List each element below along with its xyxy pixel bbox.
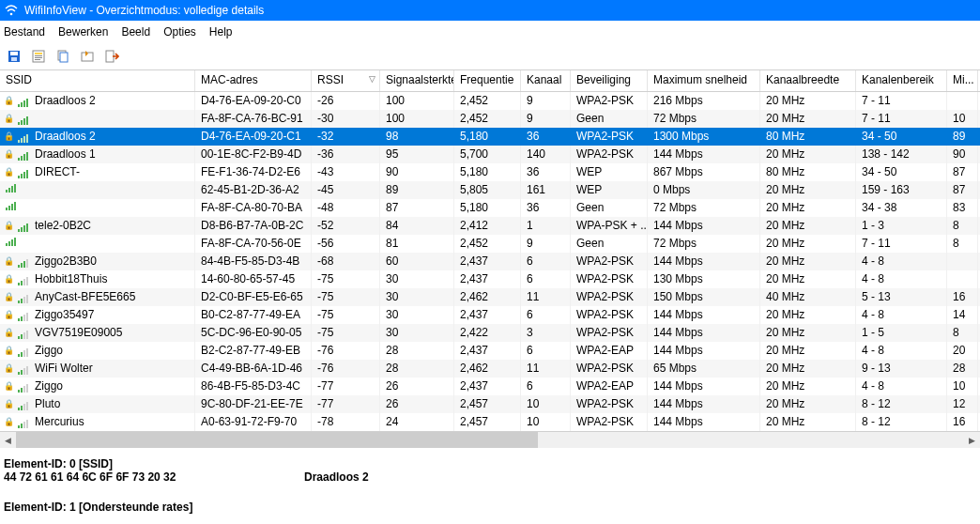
scroll-left-icon[interactable]: ◀ [0, 432, 16, 448]
cell-rssi: -78 [312, 413, 380, 431]
table-row[interactable]: 🔒WiFi WolterC4-49-BB-6A-1D-46-76282,4621… [0, 360, 980, 378]
cell-chan: 11 [521, 360, 571, 378]
table-row[interactable]: 62-45-B1-2D-36-A2-45895,805161WEP0 Mbps2… [0, 181, 980, 199]
cell-sec: WPA2-PSK [571, 413, 648, 431]
menu-edit[interactable]: Bewerken [58, 25, 108, 39]
cell-bw: 20 MHz [760, 92, 856, 110]
cell-signal: 87 [380, 199, 454, 217]
cell-sec: Geen [571, 110, 648, 128]
cell-freq: 2,462 [454, 360, 521, 378]
ssid-text: VGV7519E09005 [35, 324, 122, 342]
copy-button[interactable] [53, 46, 73, 67]
cell-freq: 2,457 [454, 395, 521, 413]
table-row[interactable]: 🔒FA-8F-CA-76-BC-91-301002,4529Geen72 Mbp… [0, 110, 980, 128]
cell-mac: C4-49-BB-6A-1D-46 [195, 360, 312, 378]
ssid-text: Mercurius [35, 413, 84, 431]
col-bw[interactable]: Kanaalbreedte [760, 70, 856, 91]
signal-bars-icon [18, 328, 31, 339]
col-range[interactable]: Kanalenbereik [856, 70, 947, 91]
cell-freq: 5,180 [454, 199, 521, 217]
lock-icon: 🔒 [4, 360, 14, 378]
table-row[interactable]: 🔒Ziggo35497B0-C2-87-77-49-EA-75302,4376W… [0, 306, 980, 324]
signal-bars-icon [18, 221, 31, 232]
grid-body[interactable]: 🔒Draadloos 2D4-76-EA-09-20-C0-261002,452… [0, 92, 980, 431]
app-title: WifiInfoView - Overzichtmodus: volledige… [24, 0, 264, 21]
menu-file[interactable]: Bestand [4, 25, 45, 39]
cell-rssi: -43 [312, 163, 380, 181]
save-button[interactable] [4, 46, 24, 67]
cell-last: 8 [947, 324, 978, 342]
cell-signal: 28 [380, 342, 454, 360]
table-row[interactable]: 🔒Draadloos 100-1E-8C-F2-B9-4D-36955,7001… [0, 146, 980, 163]
network-grid: SSID MAC-adres RSSI▽ Signaalsterkte Freq… [0, 69, 980, 432]
col-freq[interactable]: Frequentie [454, 70, 521, 91]
table-row[interactable]: 🔒Ziggo86-4B-F5-85-D3-4C-77262,4376WPA2-E… [0, 378, 980, 395]
cell-mac: 14-60-80-65-57-45 [195, 270, 312, 288]
table-row[interactable]: 🔒Ziggo2B3B084-4B-F5-85-D3-4B-68602,4376W… [0, 253, 980, 270]
lock-icon: 🔒 [4, 270, 14, 288]
cell-sec: WPA2-PSK [571, 324, 648, 342]
cell-last: 8 [947, 217, 978, 235]
properties-button[interactable] [28, 46, 49, 67]
cell-max: 144 Mbps [648, 395, 760, 413]
table-row[interactable]: 🔒VGV7519E090055C-DC-96-E0-90-05-75302,42… [0, 324, 980, 342]
col-sec[interactable]: Beveiliging [571, 70, 648, 91]
col-chan[interactable]: Kanaal [521, 70, 571, 91]
cell-signal: 24 [380, 413, 454, 431]
table-row[interactable]: 🔒tele2-0B2CD8-B6-B7-7A-0B-2C-52842,4121W… [0, 217, 980, 235]
lock-icon: 🔒 [4, 324, 14, 342]
table-row[interactable]: 🔒Draadloos 2D4-76-EA-09-20-C1-32985,1803… [0, 128, 980, 146]
menu-options[interactable]: Opties [163, 25, 196, 39]
col-mac[interactable]: MAC-adres [195, 70, 312, 91]
cell-range: 7 - 11 [856, 235, 947, 253]
cell-freq: 2,422 [454, 324, 521, 342]
cell-signal: 26 [380, 378, 454, 395]
toolbar [0, 43, 980, 69]
table-row[interactable]: 🔒Pluto9C-80-DF-21-EE-7E-77262,45710WPA2-… [0, 395, 980, 413]
lock-icon: 🔒 [4, 146, 14, 163]
exit-button[interactable] [101, 46, 122, 67]
menu-view[interactable]: Beeld [121, 25, 150, 39]
cell-max: 65 Mbps [648, 360, 760, 378]
signal-bars-icon [18, 363, 31, 375]
cell-signal: 81 [380, 235, 454, 253]
menu-help[interactable]: Help [209, 25, 233, 39]
detail-element-1: Element-ID: 1 [Ondersteunde rates] [4, 501, 976, 514]
scroll-track[interactable] [16, 432, 964, 448]
table-row[interactable]: 🔒DIRECT-FE-F1-36-74-D2-E6-43905,18036WEP… [0, 163, 980, 181]
refresh-button[interactable] [77, 46, 98, 67]
ssid-text: Ziggo [35, 378, 63, 395]
table-row[interactable]: 🔒Hobbit18Thuis14-60-80-65-57-45-75302,43… [0, 270, 980, 288]
table-row[interactable]: 🔒AnyCast-BFE5E665D2-C0-BF-E5-E6-65-75302… [0, 288, 980, 306]
lock-icon: 🔒 [4, 128, 14, 146]
cell-chan: 9 [521, 235, 571, 253]
ssid-text: Hobbit18Thuis [35, 270, 107, 288]
col-rssi[interactable]: RSSI▽ [312, 70, 380, 91]
cell-rssi: -76 [312, 342, 380, 360]
cell-range: 7 - 11 [856, 110, 947, 128]
cell-chan: 36 [521, 199, 571, 217]
col-last[interactable]: Mi... [947, 70, 978, 91]
table-row[interactable]: 🔒Draadloos 2D4-76-EA-09-20-C0-261002,452… [0, 92, 980, 110]
cell-max: 144 Mbps [648, 342, 760, 360]
cell-last [947, 270, 978, 288]
cell-bw: 20 MHz [760, 217, 856, 235]
table-row[interactable]: FA-8F-CA-80-70-BA-48875,18036Geen72 Mbps… [0, 199, 980, 217]
horizontal-scrollbar[interactable]: ◀ ▶ [0, 432, 980, 448]
table-row[interactable]: 🔒ZiggoB2-C2-87-77-49-EB-76282,4376WPA2-E… [0, 342, 980, 360]
table-row[interactable]: 🔒MercuriusA0-63-91-72-F9-70-78242,45710W… [0, 413, 980, 431]
scroll-right-icon[interactable]: ▶ [964, 432, 980, 448]
col-maxspeed[interactable]: Maximum snelheid [648, 70, 760, 91]
table-row[interactable]: FA-8F-CA-70-56-0E-56812,4529Geen72 Mbps2… [0, 235, 980, 253]
col-ssid[interactable]: SSID [0, 70, 195, 91]
cell-max: 72 Mbps [648, 235, 760, 253]
cell-chan: 9 [521, 110, 571, 128]
cell-sec: WPA2-EAP [571, 378, 648, 395]
cell-mac: 86-4B-F5-85-D3-4C [195, 378, 312, 395]
col-signal[interactable]: Signaalsterkte [380, 70, 454, 91]
cell-freq: 5,180 [454, 128, 521, 146]
ssid-text: Draadloos 2 [35, 128, 96, 146]
cell-bw: 20 MHz [760, 360, 856, 378]
scroll-thumb[interactable] [16, 432, 538, 448]
svg-rect-7 [35, 57, 42, 58]
